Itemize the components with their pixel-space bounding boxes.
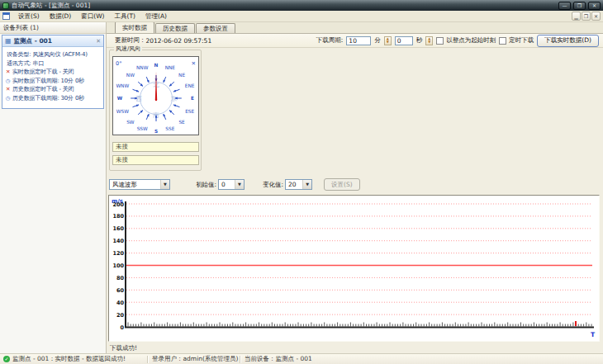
tab-history-data[interactable]: 历史数据 <box>155 23 195 33</box>
app-icon <box>2 2 9 9</box>
device-sidebar: 设备列表 (1) ▦ 监测点 - 001 ✕ 设备类型: 风速风向仪 (ACFM… <box>0 22 107 353</box>
timed-download-checkbox-group: 定时下载 <box>499 36 534 45</box>
device-list-header: 设备列表 (1) <box>0 22 106 34</box>
svg-text:0°: 0° <box>116 60 121 67</box>
svg-text:140: 140 <box>112 238 124 244</box>
success-check-icon: ✓ <box>3 356 10 362</box>
titlebar: 自动气象站 - [监测点 - 001] — ❐ ✕ <box>0 0 603 11</box>
off-icon: ✕ <box>5 69 11 75</box>
statusbar-login-user: 登录用户：admin(系统管理员) <box>149 354 240 364</box>
clock-icon: ◷ <box>5 96 11 102</box>
chart-canvas: m/s020406080100120140160180200T <box>109 196 599 341</box>
origin-time-label: 以整点为起始时刻 <box>446 36 496 45</box>
settings-button[interactable]: 设置(S) <box>324 178 360 191</box>
initial-value-label: 初始值: <box>196 181 216 189</box>
menu-data[interactable]: 数据(D) <box>45 12 77 21</box>
wind-group-label: 风速/风向 <box>114 46 142 52</box>
statusbar-device-message: ✓ 监测点 - 001 : 实时数据 - 数据返回成功! <box>0 354 147 364</box>
menu-settings[interactable]: 设置(S) <box>13 12 45 21</box>
svg-text:SSW: SSW <box>137 126 148 131</box>
delta-value-label: 变化值: <box>263 181 283 189</box>
svg-text:180: 180 <box>112 213 124 220</box>
svg-text:NNE: NNE <box>165 65 176 70</box>
wind-speed-field: 未接 <box>112 142 199 152</box>
svg-text:WNW: WNW <box>116 83 129 88</box>
mdi-window-buttons: ▁ ❐ ✕ <box>572 12 601 21</box>
statusbar-current-device: 当前设备：监测点 - 001 <box>241 354 312 364</box>
tab-parameter-settings[interactable]: 参数设置 <box>196 23 235 33</box>
initial-value-select[interactable]: 0 ▼ <box>218 179 245 190</box>
seconds-input[interactable]: 0 <box>395 36 413 45</box>
download-cycle-label: 下载周期: <box>316 36 344 45</box>
update-time-value: 2012-06-02 09:57:51 <box>146 37 212 45</box>
origin-time-checkbox-group: 以整点为起始时刻 <box>436 36 496 45</box>
svg-text:NW: NW <box>126 73 135 78</box>
delta-value-select[interactable]: 20 ▼ <box>285 179 312 190</box>
download-realtime-button[interactable]: 下载实时数据(D) <box>537 35 599 47</box>
panel-close-icon[interactable]: ✕ <box>96 38 101 45</box>
svg-text:NNW: NNW <box>136 65 149 70</box>
close-icon[interactable]: ✕ <box>588 2 601 10</box>
svg-text:40: 40 <box>116 300 125 306</box>
content-panel: 实时数据 历史数据 参数设置 更新时间： 2012-06-02 09:57:51… <box>107 22 603 353</box>
menu-tools[interactable]: 工具(T) <box>110 12 140 21</box>
svg-text:100: 100 <box>112 262 124 269</box>
wind-compass: 0°✕北东南西NNNENEENEEESESESSESSSWSWWSWWWNWNW… <box>112 56 199 135</box>
update-time-label: 更新时间： <box>115 36 146 45</box>
device-panel-body: 设备类型: 风速风向仪 (ACFM-4) 通讯方式: 串口 ✕ 实时数据定时下载… <box>2 47 103 108</box>
minimize-icon[interactable]: — <box>558 2 571 10</box>
svg-text:160: 160 <box>112 225 124 232</box>
svg-text:W: W <box>117 96 123 101</box>
minutes-stepper[interactable]: ▲▼ <box>384 36 392 45</box>
svg-text:60: 60 <box>116 287 125 294</box>
waveform-chart: m/s020406080100120140160180200T <box>108 195 600 342</box>
device-panel[interactable]: ▦ 监测点 - 001 ✕ 设备类型: 风速风向仪 (ACFM-4) 通讯方式:… <box>2 35 104 109</box>
menu-window[interactable]: 窗口(W) <box>76 12 109 21</box>
svg-text:T: T <box>591 331 596 338</box>
svg-text:80: 80 <box>116 275 125 281</box>
minutes-input[interactable]: 10 <box>346 36 371 45</box>
minutes-unit-label: 分 <box>374 36 381 45</box>
mdi-minimize-icon[interactable]: ▁ <box>572 12 581 21</box>
svg-text:SSE: SSE <box>165 126 174 131</box>
svg-text:0: 0 <box>120 324 124 331</box>
realtime-cycle-line: ◷ 实时数据下载周期: 10分 0秒 <box>5 77 102 86</box>
svg-text:N: N <box>154 63 159 68</box>
tab-realtime-data[interactable]: 实时数据 <box>115 22 154 33</box>
menu-manage[interactable]: 管理(A) <box>140 12 172 21</box>
chart-controls: 风速波形 ▼ 初始值: 0 ▼ 变化值: 20 ▼ 设置(S) <box>109 177 600 191</box>
svg-text:WSW: WSW <box>116 109 129 114</box>
mdi-window-icon[interactable] <box>2 12 10 20</box>
svg-text:S: S <box>154 129 158 134</box>
realtime-toolbar: 更新时间： 2012-06-02 09:57:51 下载周期: 10 分 ▲▼ … <box>107 34 603 48</box>
chevron-down-icon[interactable]: ▼ <box>235 180 244 189</box>
history-cycle-line: ◷ 历史数据下载周期: 30分 0秒 <box>5 94 102 103</box>
chevron-down-icon[interactable]: ▼ <box>302 180 311 189</box>
origin-time-checkbox[interactable] <box>436 37 444 45</box>
waveform-select[interactable]: 风速波形 ▼ <box>109 179 170 190</box>
window-title: 自动气象站 - [监测点 - 001] <box>12 2 556 10</box>
seconds-stepper[interactable]: ▲▼ <box>425 36 433 45</box>
svg-text:ESE: ESE <box>185 109 194 114</box>
comm-mode-line: 通讯方式: 串口 <box>5 59 102 69</box>
mdi-restore-icon[interactable]: ❐ <box>582 12 591 21</box>
wind-group: 风速/风向 0°✕北东南西NNNENEENEEESESESSESSSWSWWSW… <box>109 50 202 171</box>
compass-rose: 0°✕北东南西NNNENEENEEESESESSESSSWSWWSWWWNWNW… <box>113 57 198 135</box>
chevron-down-icon[interactable]: ▼ <box>160 180 169 189</box>
svg-text:20: 20 <box>116 312 125 319</box>
mdi-close-icon[interactable]: ✕ <box>591 12 601 21</box>
svg-text:NE: NE <box>178 73 185 78</box>
download-status-message: 下载成功! <box>110 344 137 352</box>
download-controls: 下载周期: 10 分 ▲▼ 0 秒 ▲▼ 以整点为起始时刻 定时下载 下 <box>316 35 599 47</box>
app-window: 自动气象站 - [监测点 - 001] — ❐ ✕ 设置(S) 数据(D) 窗口… <box>0 0 603 364</box>
seconds-unit-label: 秒 <box>416 36 423 45</box>
spin-down-icon: ▼ <box>385 40 391 45</box>
realtime-timed-download-line: ✕ 实时数据定时下载 - 关闭 <box>5 68 102 77</box>
svg-text:SE: SE <box>178 120 185 125</box>
history-timed-download-line: ✕ 历史数据定时下载 - 关闭 <box>5 85 102 94</box>
restore-icon[interactable]: ❐ <box>573 2 586 10</box>
wind-direction-field: 未接 <box>112 155 199 165</box>
device-panel-title: 监测点 - 001 <box>14 37 53 45</box>
device-panel-titlebar: ▦ 监测点 - 001 ✕ <box>2 35 103 47</box>
timed-download-checkbox[interactable] <box>499 37 506 45</box>
